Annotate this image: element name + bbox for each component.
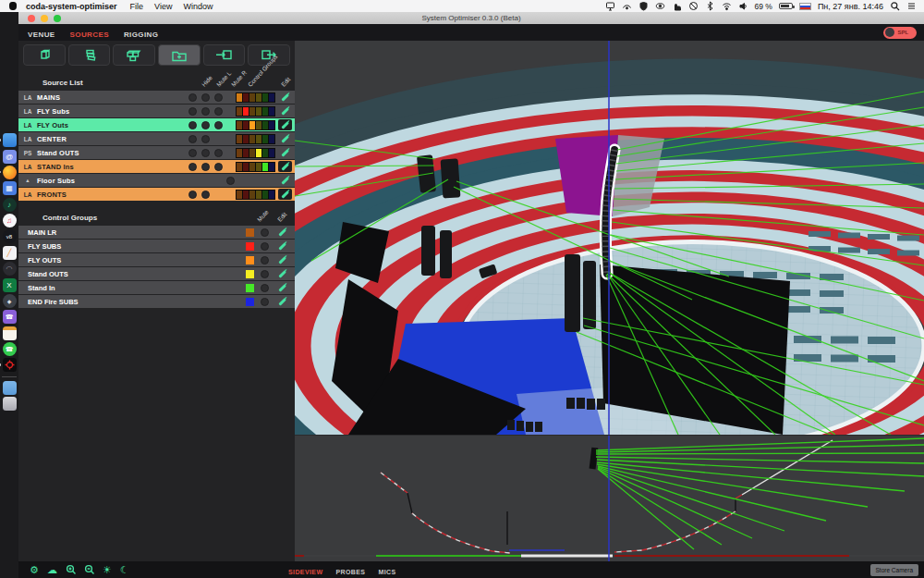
3d-view-canvas[interactable] [295,41,924,435]
group-swatch[interactable] [256,121,261,129]
apple-menu-icon[interactable] [9,2,17,10]
control-group-row-fly-subs[interactable]: FLY SUBS [18,240,295,252]
add-group-folder-button[interactable] [158,44,201,66]
edit-group-button[interactable] [275,282,289,293]
group-swatch[interactable] [249,191,255,199]
group-swatch[interactable] [256,163,261,171]
mute-l-button[interactable] [201,163,210,171]
group-swatch[interactable] [237,163,242,171]
dock-item-trash[interactable] [3,397,17,411]
tab-probes[interactable]: PROBES [335,569,365,575]
source-row-fly-subs[interactable]: LAFLY Subs [18,105,295,117]
mute-r-button[interactable] [214,107,223,116]
hide-button[interactable] [188,107,197,116]
group-swatch[interactable] [249,107,255,116]
dock-item-v8[interactable]: v8 [3,229,17,243]
do-not-disturb-icon[interactable] [688,1,699,11]
group-swatch[interactable] [243,191,249,199]
control-group-color-swatch[interactable] [246,256,254,264]
dock-item-folder[interactable] [3,381,17,395]
group-swatch[interactable] [237,121,242,129]
mute-button[interactable] [261,298,269,306]
group-swatch[interactable] [243,135,249,143]
edit-group-button[interactable] [275,296,289,307]
mute-l-button[interactable] [201,135,210,143]
zoom-window-button[interactable] [54,15,61,22]
display-icon[interactable] [605,1,615,11]
edit-group-button[interactable] [275,240,289,252]
group-swatch[interactable] [249,149,255,157]
group-swatch[interactable] [262,107,268,116]
group-swatch[interactable] [237,191,242,199]
wifi-icon[interactable] [722,1,732,11]
control-group-assignments[interactable] [236,106,275,117]
dock-item-mail[interactable]: @ [3,150,17,164]
control-group-row-stand-outs[interactable]: Stand OUTS [18,267,295,280]
group-swatch[interactable] [269,135,274,143]
mute-r-button[interactable] [214,149,223,157]
group-swatch[interactable] [249,121,255,129]
source-row-floor-subs[interactable]: ▴Floor Subs [18,174,295,187]
import-box-button[interactable] [203,44,246,66]
control-group-row-stand-in[interactable]: Stand In [18,281,295,294]
viewport-zoom-out-button[interactable] [84,561,94,578]
viewport-night-mode-button[interactable]: ☾ [120,565,129,575]
edit-source-button[interactable] [278,189,292,200]
mute-l-button[interactable] [201,107,210,116]
group-swatch[interactable] [269,149,274,157]
viewport-settings-button[interactable]: ⚙ [30,565,39,575]
mute-r-button[interactable] [214,163,223,171]
group-swatch[interactable] [249,135,255,143]
menubar-menu-file[interactable]: File [130,2,144,11]
group-swatch[interactable] [269,121,274,129]
control-group-assignments[interactable] [236,148,275,158]
hide-button[interactable] [188,191,197,199]
group-swatch[interactable] [243,163,249,171]
group-swatch[interactable] [256,191,261,199]
group-swatch[interactable] [269,107,274,116]
menubar-clock[interactable]: Пн, 27 янв. 14:46 [818,2,883,11]
dock-item-firefox[interactable] [3,166,17,179]
viewport-cloud-upload-button[interactable]: ☁ [47,565,57,575]
edit-source-button[interactable] [278,105,292,117]
shield-icon[interactable] [638,1,649,11]
edit-group-button[interactable] [275,227,289,238]
dock-item-pages[interactable]: ╱ [3,246,17,260]
control-group-assignments[interactable] [236,92,275,103]
volume-icon[interactable] [738,1,748,11]
source-row-fly-outs[interactable]: LAFLY Outs [18,118,295,131]
group-swatch[interactable] [237,107,242,116]
edit-group-button[interactable] [275,254,289,265]
dock-item-player[interactable]: ◠ [3,262,17,276]
edit-source-button[interactable] [278,133,292,144]
dock-item-viber[interactable]: ☎ [3,310,17,324]
hide-button[interactable] [188,149,197,157]
keyboard-layout-flag[interactable] [799,3,811,10]
group-swatch[interactable] [237,149,242,157]
tab-mics[interactable]: MICS [378,569,395,575]
group-swatch[interactable] [243,107,249,116]
group-swatch[interactable] [249,163,255,171]
control-group-color-swatch[interactable] [246,284,254,292]
close-window-button[interactable] [28,15,35,22]
dock-item-apple-music[interactable]: ♫ [3,214,17,228]
menubar-menu-window[interactable]: Window [183,2,213,11]
group-swatch[interactable] [269,93,274,102]
dock-item-sketch[interactable]: ◆ [3,294,17,308]
dock-item-excel[interactable]: X [3,278,17,292]
group-swatch[interactable] [256,107,261,116]
dock-item-music-tool[interactable]: ♪ [3,198,17,212]
group-swatch[interactable] [269,191,274,199]
mute-l-button[interactable] [201,121,210,129]
group-swatch[interactable] [262,121,268,129]
control-group-color-swatch[interactable] [246,298,254,306]
bluetooth-icon[interactable] [705,1,715,11]
hide-button[interactable] [226,177,235,185]
speaker-cabinet-button[interactable] [23,44,66,66]
sub-array-button[interactable] [113,44,155,66]
source-row-fronts[interactable]: LAFRONTS [18,188,295,201]
group-swatch[interactable] [237,93,242,102]
mute-l-button[interactable] [201,191,210,199]
control-group-color-swatch[interactable] [246,228,254,237]
edit-source-button[interactable] [278,175,292,186]
